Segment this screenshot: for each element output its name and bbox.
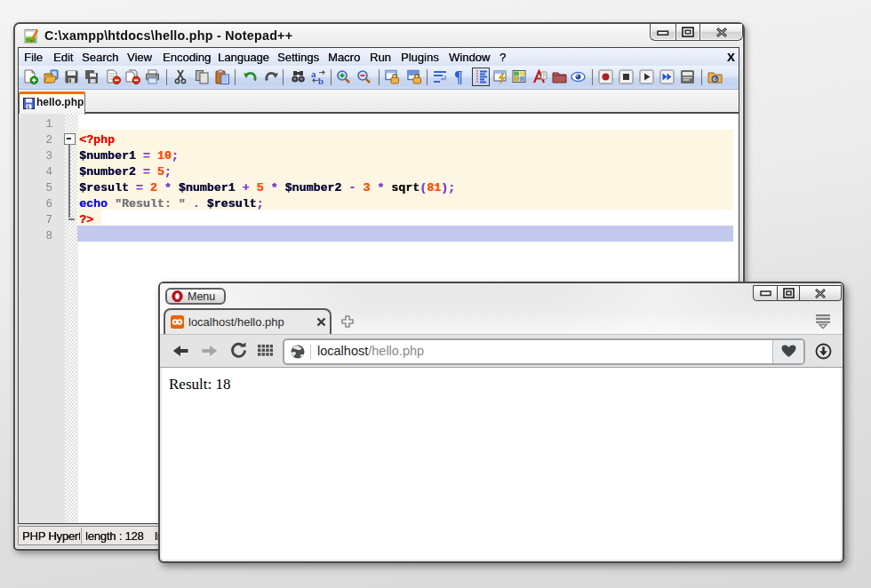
svg-text:¶: ¶ xyxy=(454,69,463,84)
svg-text:a: a xyxy=(311,69,316,79)
svg-text:b: b xyxy=(318,75,324,85)
